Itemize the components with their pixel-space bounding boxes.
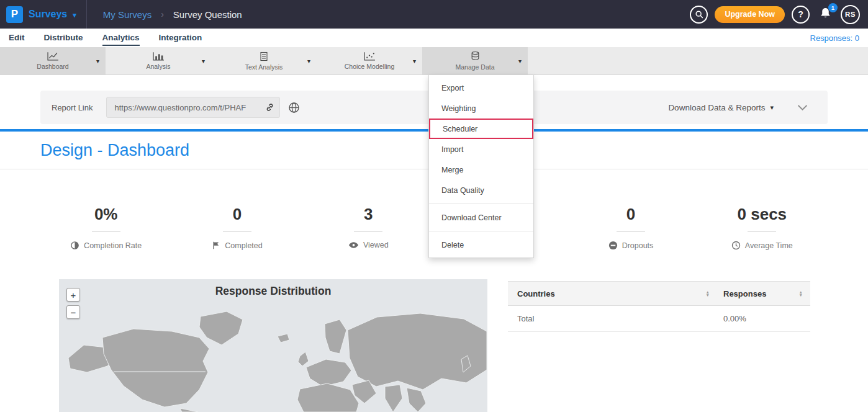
menu-divider [429, 204, 533, 204]
globe-button[interactable] [288, 102, 300, 114]
map-region [407, 388, 426, 412]
manage-data-menu: Export Weighting Scheduler Import Merge … [428, 75, 534, 258]
breadcrumb: My Surveys › Survey Question [103, 9, 242, 20]
help-button[interactable]: ? [792, 6, 810, 24]
column-header-responses[interactable]: Responses ▲ ▼ [717, 289, 810, 298]
stat-value: 0% [94, 205, 118, 224]
stat-divider [92, 231, 120, 232]
toolbar-item-manage-data[interactable]: Manage Data ▾ [422, 47, 528, 74]
report-link-input[interactable] [106, 97, 280, 118]
zoom-out-button[interactable]: − [66, 305, 80, 319]
world-map[interactable] [59, 299, 487, 412]
column-label: Countries [517, 289, 555, 298]
sort-desc-icon: ▼ [706, 293, 710, 297]
bar-chart-icon [153, 52, 165, 61]
search-button[interactable] [690, 6, 708, 24]
analytics-toolbar: Dashboard ▾ Analysis ▾ Text Analysis ▾ C… [0, 47, 868, 75]
gauge-icon [70, 241, 79, 250]
caret-down-icon: ▾ [73, 10, 76, 19]
zoom-in-button[interactable]: + [66, 288, 80, 302]
toolbar-item-text-analysis[interactable]: Text Analysis ▾ [211, 47, 317, 74]
stat-label: Completion Rate [84, 241, 142, 250]
map-region [297, 383, 359, 412]
survey-nav: Edit Distribute Analytics Integration Re… [0, 29, 868, 47]
eye-icon [348, 241, 359, 249]
topbar: P Surveys ▾ My Surveys › Survey Question… [0, 0, 868, 29]
tab-edit[interactable]: Edit [9, 30, 25, 46]
caret-down-icon[interactable]: ▾ [96, 58, 99, 65]
stat-value: 0 [626, 205, 635, 224]
stat-label: Average Time [745, 241, 793, 250]
map-region [102, 329, 209, 407]
download-data-menu[interactable]: Download Data & Reports ▾ [668, 103, 774, 112]
upgrade-now-button[interactable]: Upgrade Now [715, 6, 785, 23]
link-icon[interactable] [265, 103, 274, 112]
menu-item-data-quality[interactable]: Data Quality [429, 180, 533, 200]
menu-item-merge[interactable]: Merge [429, 159, 533, 180]
column-header-countries[interactable]: Countries ▲ ▼ [508, 289, 717, 298]
toolbar-item-analysis[interactable]: Analysis ▾ [106, 47, 211, 74]
column-label: Responses [723, 289, 766, 298]
tab-analytics[interactable]: Analytics [102, 30, 140, 46]
notifications-button[interactable]: 1 [819, 7, 834, 22]
toolbar-item-label: Text Analysis [245, 63, 283, 71]
caret-down-icon[interactable]: ▾ [202, 58, 205, 65]
stat-label: Dropouts [622, 241, 654, 250]
stat-value: 0 [233, 205, 242, 224]
stat-divider [354, 231, 382, 232]
cell-responses: 0.00% [717, 314, 810, 323]
topbar-actions: Upgrade Now ? 1 RS [690, 5, 860, 24]
stat-completed: 0 Completed [171, 205, 302, 250]
breadcrumb-parent[interactable]: My Surveys [103, 9, 151, 20]
toolbar-item-choice-modelling[interactable]: Choice Modelling ▾ [317, 47, 422, 74]
menu-item-weighting[interactable]: Weighting [429, 98, 533, 119]
product-menu-label: Surveys [29, 9, 67, 20]
sort-icon[interactable]: ▲ ▼ [706, 290, 710, 297]
menu-item-import[interactable]: Import [429, 139, 533, 159]
avatar[interactable]: RS [841, 5, 860, 24]
stat-divider [748, 231, 776, 232]
responses-counter[interactable]: Responses: 0 [810, 34, 860, 43]
globe-icon [288, 102, 300, 114]
map-region [306, 359, 351, 387]
map-region [199, 311, 243, 345]
toolbar-item-label: Manage Data [455, 63, 494, 71]
stat-completion-rate: 0% Completion Rate [40, 205, 171, 250]
questionpro-logo[interactable]: P [6, 6, 23, 23]
stat-label: Completed [225, 241, 262, 250]
line-chart-icon [47, 52, 59, 61]
menu-item-scheduler[interactable]: Scheduler [429, 119, 533, 139]
toolbar-item-dashboard[interactable]: Dashboard ▾ [0, 47, 106, 74]
stat-label: Viewed [363, 241, 389, 249]
scatter-chart-icon [364, 52, 376, 61]
page-title: Design - Dashboard [40, 141, 189, 160]
topbar-separator [86, 0, 87, 29]
toolbar-item-label: Analysis [146, 63, 170, 70]
tab-integration[interactable]: Integration [159, 30, 202, 46]
menu-item-export[interactable]: Export [429, 78, 533, 98]
breadcrumb-separator-icon: › [161, 9, 164, 19]
flag-icon [212, 241, 220, 250]
stat-dropouts: 0 Dropouts [565, 205, 696, 250]
download-data-label: Download Data & Reports [668, 103, 765, 112]
tab-distribute[interactable]: Distribute [44, 30, 83, 46]
caret-down-icon[interactable]: ▾ [518, 58, 522, 65]
collapse-chevron-button[interactable] [797, 104, 808, 111]
minus-circle-icon [608, 241, 618, 250]
caret-down-icon[interactable]: ▾ [307, 58, 310, 65]
map-region [385, 385, 402, 412]
report-link-label: Report Link [52, 103, 93, 112]
stat-value: 0 secs [738, 205, 787, 224]
breadcrumb-current: Survey Question [173, 9, 242, 20]
stat-average-time: 0 secs Average Time [697, 205, 828, 250]
product-menu[interactable]: Surveys ▾ [29, 9, 76, 20]
map-region [278, 334, 289, 343]
caret-down-icon[interactable]: ▾ [413, 58, 416, 65]
map-region [348, 313, 487, 390]
sort-icon[interactable]: ▲ ▼ [799, 290, 803, 297]
menu-item-download-center[interactable]: Download Center [429, 207, 533, 228]
map-region [325, 320, 346, 354]
toolbar-item-label: Dashboard [37, 63, 68, 70]
cell-country: Total [508, 314, 717, 323]
menu-item-delete[interactable]: Delete [429, 235, 533, 255]
